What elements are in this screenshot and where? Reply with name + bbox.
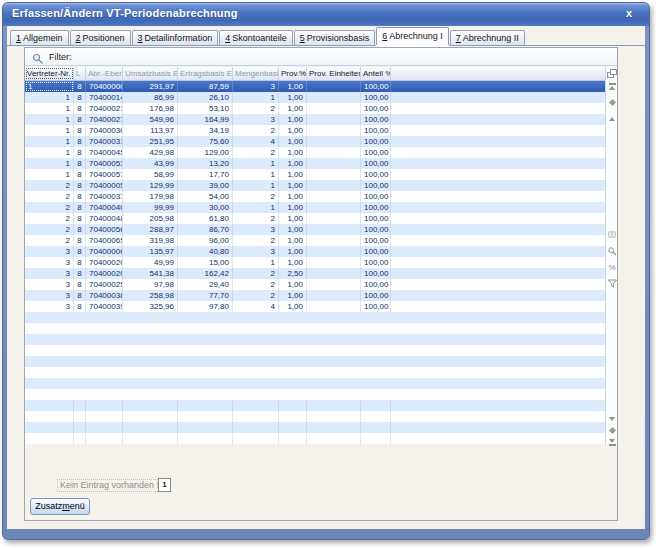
table-row[interactable]: 2870400037179,9854,0021,00100,00 [25,191,605,202]
table-cell-filler [391,92,605,103]
table-cell [25,367,74,378]
table-cell: 3 [25,257,74,268]
close-icon[interactable]: x [626,7,632,19]
tab-allgemein[interactable]: 1Allgemein [10,30,69,45]
table-cell [123,422,178,433]
table-row[interactable]: 1870400030113,9734,1921,00100,00 [25,125,605,136]
column-header-prov[interactable]: Prov.% [279,67,307,80]
table-cell: 8 [74,81,86,92]
column-header-prov-einheiten[interactable]: Prov. Einheiten [307,67,361,80]
table-cell: 61,80 [178,213,233,224]
table-cell [123,378,178,389]
table-cell [307,367,361,378]
table-row[interactable]: 1870400000291,9787,5931,00100,00 [25,81,605,92]
table-row[interactable]: 1870400031251,9575,6041,00100,00 [25,136,605,147]
table-row[interactable]: 1870400027549,96164,9931,00100,00 [25,114,605,125]
table-row[interactable]: 2870400056288,9786,7031,00100,00 [25,224,605,235]
tab-label: Abrechnung II [463,33,519,43]
table-cell [307,422,361,433]
grid-rows: 1870400000291,9787,5931,00100,0018704000… [25,81,605,444]
table-row[interactable]: 1870400021176,9853,1021,00100,00 [25,103,605,114]
tab-detailinformation[interactable]: 3Detailinformation [132,30,219,45]
table-cell: 77,70 [178,290,233,301]
page-up-marker-icon[interactable] [606,100,618,105]
tab-abrechnung-i[interactable]: 6Abrechnung I [376,27,449,45]
tab-positionen[interactable]: 2Positionen [70,30,131,45]
column-header-vertreter-nr[interactable]: Vertreter-Nr. [25,67,74,80]
zusatzmenu-button[interactable]: Zusatzmenü [30,498,90,515]
column-header-l[interactable]: L [74,67,86,80]
table-row[interactable]: 387040002597,9829,4021,00100,00 [25,279,605,290]
tab-abrechnung-ii[interactable]: 7Abrechnung II [450,30,525,45]
table-cell [279,400,307,411]
table-cell: 1,00 [279,169,307,180]
title-bar[interactable]: Erfassen/Ändern VT-Periodenabrechnung x [3,3,649,26]
table-cell: 100,00 [361,213,391,224]
table-cell: 34,19 [178,125,233,136]
tab-strip-divider [7,45,645,46]
page-down-marker-icon[interactable] [606,428,618,433]
table-cell: 1 [233,202,279,213]
scroll-down-icon[interactable] [606,417,618,421]
table-cell-filler [391,103,605,114]
table-row[interactable]: 287040004099,9930,0011,00100,00 [25,202,605,213]
table-cell-filler [391,290,605,301]
table-row[interactable]: 187040005343,9913,2011,00100,00 [25,158,605,169]
table-cell: 1 [25,92,74,103]
column-header-umsatzbasis-eur[interactable]: Umsatzbasis EUR [123,67,178,80]
table-cell: 2 [25,180,74,191]
status-message: Kein Eintrag vorhanden ! [57,479,162,492]
column-resize-icon[interactable]: (||) [606,230,618,238]
tab-label: Positionen [83,33,125,43]
table-cell: 1,00 [279,246,307,257]
column-header-mengenbasis[interactable]: Mengenbasis [233,67,279,80]
page-number-box[interactable]: 1 [158,478,171,492]
scroll-bottom-icon[interactable] [606,439,618,446]
table-cell: 1 [25,136,74,147]
table-cell: 100,00 [361,202,391,213]
button-label-part: Zusatz [35,501,62,511]
column-header-ertragsbasis-eur[interactable]: Ertragsbasis EUR [178,67,233,80]
table-row[interactable]: 187040005758,9917,7011,00100,00 [25,169,605,180]
table-row[interactable]: 3870400020541,38162,4222,50100,00 [25,268,605,279]
table-cell: 8 [74,224,86,235]
table-cell: 3 [25,268,74,279]
table-row[interactable]: 387040002049,9915,0011,00100,00 [25,257,605,268]
table-cell [178,323,233,334]
table-row[interactable]: 1870400045429,98129,0021,00100,00 [25,147,605,158]
scroll-top-icon[interactable] [606,83,618,90]
scroll-up-icon[interactable] [606,117,618,121]
column-header-abr-ebene[interactable]: Abr.-Ebene [86,67,123,80]
table-row[interactable]: 2870400065319,9896,0021,00100,00 [25,235,605,246]
table-cell [307,147,361,158]
table-row[interactable]: 2870400048205,9861,8021,00100,00 [25,213,605,224]
table-row[interactable]: 187040001486,9926,1011,00100,00 [25,92,605,103]
table-cell: 100,00 [361,158,391,169]
filter-funnel-icon[interactable] [606,279,618,288]
table-row[interactable]: 3870400039325,9697,8041,00100,00 [25,301,605,312]
table-cell-filler [391,169,605,180]
table-cell: 1,00 [279,103,307,114]
table-row[interactable]: 2870400005129,9939,0011,00100,00 [25,180,605,191]
grid-header-row: Vertreter-Nr.LAbr.-EbeneUmsatzbasis EURE… [25,67,605,81]
tab-provisionsbasis[interactable]: 5Provisionsbasis [294,30,376,45]
column-header-anteil[interactable]: Anteil % [361,67,391,80]
table-row[interactable]: 3870400038258,9877,7021,00100,00 [25,290,605,301]
table-cell-filler [391,356,605,367]
percent-icon[interactable]: % [606,264,618,272]
table-cell-filler [391,213,605,224]
table-cell: 179,98 [123,191,178,202]
table-cell [307,103,361,114]
table-cell-filler [391,136,605,147]
table-cell [233,312,279,323]
table-cell: 8 [74,202,86,213]
table-cell: 1 [233,257,279,268]
table-cell: 113,97 [123,125,178,136]
table-cell: 135,97 [123,246,178,257]
search-icon[interactable] [606,247,618,256]
table-cell [307,257,361,268]
grid-scroll-strip[interactable]: (||) % [605,67,617,444]
tab-skontoanteile[interactable]: 4Skontoanteile [219,30,293,45]
table-row[interactable]: 3870400006135,9740,8031,00100,00 [25,246,605,257]
column-chooser-icon[interactable] [607,69,617,79]
